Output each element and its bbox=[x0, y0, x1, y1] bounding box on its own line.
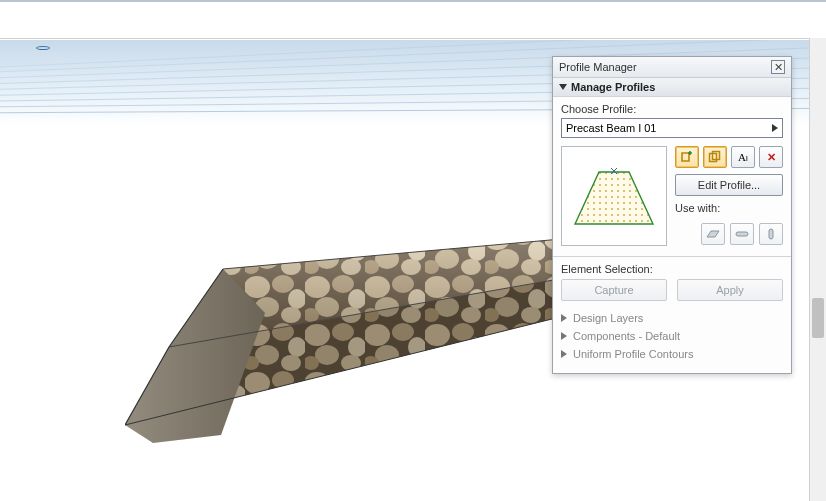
chevron-right-icon bbox=[561, 314, 567, 322]
delete-profile-button[interactable]: ✕ bbox=[759, 146, 783, 168]
profile-preview bbox=[561, 146, 667, 246]
scrollbar-vertical[interactable] bbox=[809, 38, 826, 501]
section-components[interactable]: Components - Default bbox=[561, 327, 783, 345]
svg-marker-11 bbox=[125, 269, 265, 443]
use-with-column-button[interactable] bbox=[759, 223, 783, 245]
rename-icon: AI bbox=[738, 151, 748, 163]
delete-icon: ✕ bbox=[767, 151, 776, 164]
column-icon bbox=[764, 228, 778, 240]
use-with-label: Use with: bbox=[675, 202, 783, 214]
panel-title: Profile Manager bbox=[559, 61, 637, 73]
beam-icon bbox=[735, 228, 749, 240]
element-selection-label: Element Selection: bbox=[561, 263, 783, 275]
chevron-down-icon bbox=[559, 84, 567, 90]
section-manage-profiles[interactable]: Manage Profiles bbox=[553, 78, 791, 97]
section-label: Design Layers bbox=[573, 312, 643, 324]
svg-rect-20 bbox=[736, 232, 748, 236]
choose-profile-label: Choose Profile: bbox=[561, 103, 783, 115]
svg-marker-15 bbox=[575, 172, 653, 224]
chevron-right-icon bbox=[561, 332, 567, 340]
edit-profile-label: Edit Profile... bbox=[698, 179, 760, 191]
duplicate-profile-button[interactable] bbox=[703, 146, 727, 168]
scroll-thumb[interactable] bbox=[812, 298, 824, 338]
section-label: Uniform Profile Contours bbox=[573, 348, 693, 360]
apply-label: Apply bbox=[716, 284, 744, 296]
rename-profile-button[interactable]: AI bbox=[731, 146, 755, 168]
apply-button[interactable]: Apply bbox=[677, 279, 783, 301]
profile-dropdown[interactable]: Precast Beam I 01 bbox=[561, 118, 783, 138]
capture-label: Capture bbox=[594, 284, 633, 296]
svg-rect-21 bbox=[769, 229, 773, 239]
close-icon: ✕ bbox=[774, 61, 783, 74]
separator bbox=[553, 256, 791, 257]
profile-dropdown-value: Precast Beam I 01 bbox=[566, 122, 657, 134]
panel-titlebar[interactable]: Profile Manager ✕ bbox=[553, 57, 791, 78]
panel-close-button[interactable]: ✕ bbox=[771, 60, 785, 74]
wall-icon bbox=[706, 228, 720, 240]
viewport-divider bbox=[0, 38, 809, 39]
edit-profile-button[interactable]: Edit Profile... bbox=[675, 174, 783, 196]
chevron-right-icon bbox=[561, 350, 567, 358]
section-design-layers[interactable]: Design Layers bbox=[561, 309, 783, 327]
capture-button[interactable]: Capture bbox=[561, 279, 667, 301]
profile-manager-panel: Profile Manager ✕ Manage Profiles Choose… bbox=[552, 56, 792, 374]
section-label: Components - Default bbox=[573, 330, 680, 342]
section-title: Manage Profiles bbox=[571, 81, 655, 93]
new-profile-icon bbox=[680, 150, 694, 164]
svg-marker-12 bbox=[125, 269, 265, 443]
use-with-wall-button[interactable] bbox=[701, 223, 725, 245]
section-contours[interactable]: Uniform Profile Contours bbox=[561, 345, 783, 363]
use-with-beam-button[interactable] bbox=[730, 223, 754, 245]
duplicate-profile-icon bbox=[708, 150, 722, 164]
new-profile-button[interactable] bbox=[675, 146, 699, 168]
chevron-right-icon bbox=[772, 124, 778, 132]
